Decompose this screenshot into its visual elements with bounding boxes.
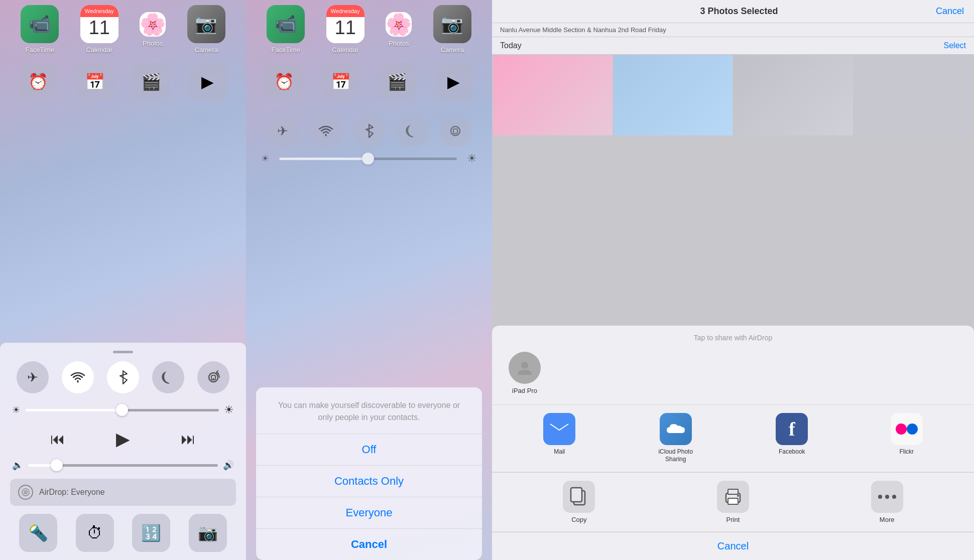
photo-thumb-1[interactable] bbox=[493, 55, 613, 135]
wifi-p2 bbox=[310, 115, 342, 147]
calculator-tool[interactable]: 🔢 bbox=[132, 514, 170, 552]
share-app-mail[interactable]: Mail bbox=[543, 413, 575, 464]
photo-thumb-2[interactable] bbox=[614, 55, 733, 135]
camera-icon-p2: 📷 bbox=[433, 5, 471, 43]
clock-tool[interactable]: ⏱ bbox=[76, 514, 114, 552]
airdrop-cancel-button[interactable]: Cancel bbox=[256, 529, 482, 560]
share-action-print[interactable]: Print bbox=[717, 481, 749, 523]
volume-thumb bbox=[51, 459, 63, 471]
copy-action-label: Copy bbox=[571, 516, 586, 523]
camera-label-p2: Camera bbox=[441, 46, 464, 54]
airplane-mode-toggle[interactable]: ✈ bbox=[17, 361, 49, 393]
svg-point-8 bbox=[521, 362, 528, 369]
app-icons-row-p2: 📹 FaceTime Wednesday 11 Calendar 🌸 Photo… bbox=[246, 0, 492, 59]
brightness-track[interactable] bbox=[25, 409, 219, 411]
svg-point-5 bbox=[25, 492, 26, 493]
calendar-day: 11 bbox=[89, 17, 110, 37]
airdrop-row[interactable]: AirDrop: Everyone bbox=[10, 479, 236, 506]
airdrop-device-ipad[interactable]: iPad Pro bbox=[502, 352, 547, 394]
brightness-high-icon: ☀ bbox=[224, 403, 234, 416]
do-not-disturb-toggle[interactable] bbox=[152, 361, 184, 393]
volume-track[interactable] bbox=[28, 464, 218, 467]
volume-slider-row: 🔈 🔊 bbox=[10, 460, 236, 471]
app-calendar[interactable]: Wednesday 11 Calendar bbox=[80, 5, 118, 54]
cc-toggles-p2: ✈ bbox=[246, 105, 492, 152]
moon-icon bbox=[161, 370, 175, 384]
rotation-lock-icon bbox=[206, 370, 220, 384]
share-action-more[interactable]: More bbox=[871, 481, 903, 523]
ipad-avatar bbox=[509, 352, 541, 384]
airdrop-label: AirDrop: Everyone bbox=[39, 488, 105, 497]
rewind-button[interactable]: ⏮ bbox=[50, 431, 65, 448]
rotation-lock-toggle[interactable] bbox=[197, 361, 229, 393]
app-icons-row-1: 📹 FaceTime Wednesday 11 Calendar 🌸 Photo… bbox=[0, 0, 246, 59]
lock-p2 bbox=[439, 115, 471, 147]
share-action-copy[interactable]: Copy bbox=[563, 481, 595, 523]
volume-high-icon: 🔊 bbox=[223, 460, 234, 471]
flickr-app-icon bbox=[891, 413, 923, 445]
share-cancel-button[interactable]: Cancel bbox=[492, 532, 974, 560]
airdrop-option-off[interactable]: Off bbox=[256, 434, 482, 466]
app-photos-p2[interactable]: 🌸 Photos bbox=[386, 12, 412, 47]
moon-p2 bbox=[396, 115, 428, 147]
flashlight-tool[interactable]: 🔦 bbox=[19, 514, 57, 552]
fast-forward-button[interactable]: ⏭ bbox=[181, 431, 196, 448]
facetime-icon-p2: 📹 bbox=[267, 5, 305, 43]
share-app-flickr[interactable]: Flickr bbox=[891, 413, 923, 464]
volume-low-icon: 🔈 bbox=[12, 460, 23, 471]
airdrop-tap-label: Tap to share with AirDrop bbox=[502, 334, 964, 342]
photos-background: 3 Photos Selected Cancel Nanlu Avenue Mi… bbox=[492, 0, 974, 560]
app-camera[interactable]: 📷 Camera bbox=[187, 5, 225, 54]
play-button[interactable]: ▶ bbox=[116, 429, 130, 450]
wifi-icon bbox=[70, 371, 85, 384]
bluetooth-toggle[interactable] bbox=[107, 361, 139, 393]
photos-label-p2: Photos bbox=[389, 40, 409, 47]
svg-point-17 bbox=[737, 495, 739, 497]
calendar-icon-p2: Wednesday 11 bbox=[326, 5, 364, 43]
secondary-icon-4-p2: ▶ bbox=[435, 63, 473, 101]
more-action-label: More bbox=[880, 516, 895, 523]
app-calendar-p2[interactable]: Wednesday 11 Calendar bbox=[326, 5, 364, 54]
icloud-app-icon bbox=[660, 413, 692, 445]
photos-cancel-button[interactable]: Cancel bbox=[936, 6, 964, 17]
share-app-icloud[interactable]: iCloud Photo Sharing bbox=[658, 413, 693, 464]
camera-icon: 📷 bbox=[187, 5, 225, 43]
mail-app-icon bbox=[543, 413, 575, 445]
share-actions-row: Copy Print bbox=[492, 473, 974, 532]
camera-label: Camera bbox=[195, 46, 218, 54]
photos-label: Photos bbox=[143, 40, 163, 47]
calendar-label-p2: Calendar bbox=[332, 46, 358, 54]
app-facetime[interactable]: 📹 FaceTime bbox=[21, 5, 59, 54]
copy-action-icon bbox=[563, 481, 595, 513]
brightness-p2: ☀ ☀ bbox=[246, 152, 492, 165]
select-button[interactable]: Select bbox=[944, 41, 966, 50]
facebook-app-icon: f bbox=[776, 413, 808, 445]
app-icons-row-2: ⏰ 📅 🎬 ▶ bbox=[0, 59, 246, 105]
svg-point-18 bbox=[878, 495, 882, 499]
airdrop-option-everyone[interactable]: Everyone bbox=[256, 497, 482, 529]
photo-thumb-4[interactable] bbox=[854, 55, 973, 135]
app-camera-p2[interactable]: 📷 Camera bbox=[433, 5, 471, 54]
svg-point-11 bbox=[907, 424, 918, 435]
svg-point-10 bbox=[896, 424, 907, 435]
cc-handle bbox=[113, 351, 133, 353]
control-center-panel: ✈ bbox=[0, 343, 246, 560]
share-app-facebook[interactable]: f Facebook bbox=[776, 413, 808, 464]
photos-grid bbox=[492, 54, 974, 136]
panel-control-center: 📹 FaceTime Wednesday 11 Calendar 🌸 Photo… bbox=[0, 0, 246, 560]
app-photos[interactable]: 🌸 Photos bbox=[140, 12, 166, 47]
airdrop-picker-sheet: You can make yourself discoverable to ev… bbox=[256, 387, 482, 560]
airdrop-option-contacts[interactable]: Contacts Only bbox=[256, 466, 482, 497]
ipad-device-label: iPad Pro bbox=[512, 387, 537, 394]
wifi-toggle[interactable] bbox=[62, 361, 94, 393]
brightness-track-p2 bbox=[279, 158, 457, 160]
photo-thumb-3[interactable] bbox=[734, 55, 853, 135]
airdrop-wifi-icon bbox=[18, 485, 33, 500]
calendar-icon: Wednesday 11 bbox=[80, 5, 118, 43]
svg-rect-13 bbox=[571, 488, 582, 502]
location-text: Nanlu Avenue Middle Section & Nanhua 2nd… bbox=[492, 23, 974, 37]
sun-high-p2: ☀ bbox=[467, 152, 477, 165]
camera-tool[interactable]: 📷 bbox=[189, 514, 227, 552]
app-facetime-p2[interactable]: 📹 FaceTime bbox=[267, 5, 305, 54]
mail-app-label: Mail bbox=[554, 448, 565, 456]
